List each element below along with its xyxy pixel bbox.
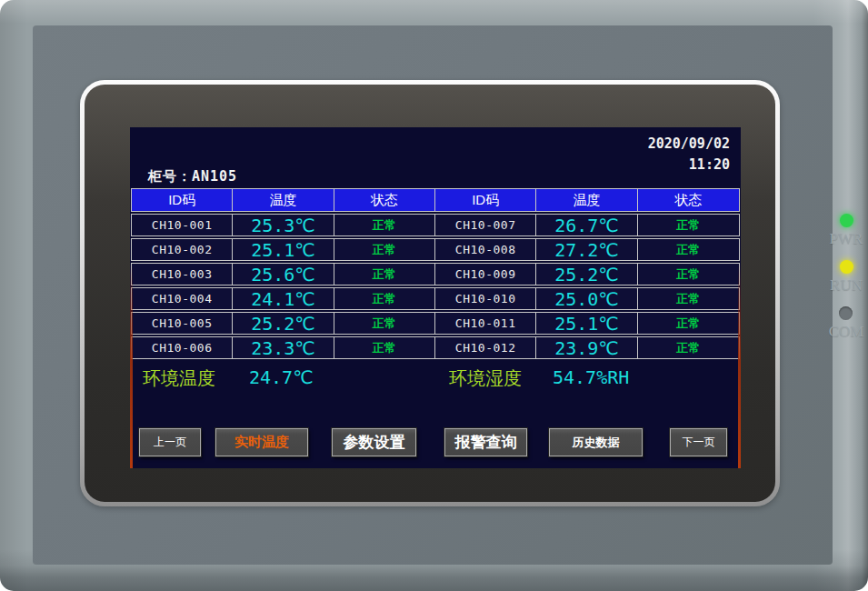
channel-temp: 25.1℃ bbox=[233, 239, 334, 260]
channel-status: 正常 bbox=[638, 313, 739, 334]
channel-temp: 26.7℃ bbox=[536, 215, 637, 235]
col-header-temp-b: 温度 bbox=[536, 189, 637, 211]
time-text: 11:20 bbox=[648, 155, 730, 175]
channel-id: CH10-006 bbox=[132, 337, 233, 358]
nav-button-prev-page[interactable]: 上一页 bbox=[139, 428, 201, 456]
channel-temp: 24.1℃ bbox=[233, 288, 334, 309]
channel-status: 正常 bbox=[334, 313, 435, 334]
table-row: CH10-002 25.1℃ 正常 CH10-008 27.2℃ 正常 bbox=[131, 238, 740, 261]
nav-button-bar: 上一页 实时温度 参数设置 报警查询 历史数据 下一页 bbox=[130, 428, 741, 456]
channel-status: 正常 bbox=[334, 239, 435, 260]
channel-status: 正常 bbox=[638, 288, 739, 309]
nav-button-realtime-temp[interactable]: 实时温度 bbox=[215, 428, 308, 456]
nav-button-alarm-query[interactable]: 报警查询 bbox=[444, 428, 527, 456]
channel-temp: 25.0℃ bbox=[536, 288, 637, 309]
pwr-led-label: PWR bbox=[830, 230, 863, 248]
channel-id: CH10-003 bbox=[132, 264, 233, 285]
channel-id: CH10-009 bbox=[435, 264, 536, 285]
channel-id: CH10-001 bbox=[132, 215, 233, 235]
channel-status: 正常 bbox=[638, 239, 739, 260]
ambient-humidity-value: 54.7%RH bbox=[553, 366, 629, 388]
channel-temp: 25.3℃ bbox=[233, 215, 334, 235]
channel-id: CH10-005 bbox=[132, 313, 233, 334]
channel-status: 正常 bbox=[638, 215, 739, 235]
indicator-com: COM bbox=[829, 306, 864, 341]
ambient-temp-label: 环境温度 bbox=[143, 366, 215, 391]
ambient-humidity-label: 环境湿度 bbox=[449, 366, 522, 391]
channel-temp: 25.2℃ bbox=[536, 264, 637, 285]
screen-bezel: 2020/09/02 11:20 柜号：AN105 ID码 温度 状态 ID码 … bbox=[80, 80, 780, 506]
run-led-label: RUN bbox=[830, 276, 863, 295]
table-row: CH10-006 23.3℃ 正常 CH10-012 23.9℃ 正常 bbox=[131, 336, 740, 359]
nav-button-history-data[interactable]: 历史数据 bbox=[549, 428, 643, 456]
table-row: CH10-005 25.2℃ 正常 CH10-011 25.1℃ 正常 bbox=[131, 312, 740, 335]
run-led-icon bbox=[840, 260, 853, 274]
table-row: CH10-001 25.3℃ 正常 CH10-007 26.7℃ 正常 bbox=[131, 214, 740, 236]
channel-temp: 23.9℃ bbox=[536, 337, 637, 358]
channel-status: 正常 bbox=[334, 288, 435, 309]
lcd-touchscreen[interactable]: 2020/09/02 11:20 柜号：AN105 ID码 温度 状态 ID码 … bbox=[130, 127, 741, 468]
ambient-temp-value: 24.7℃ bbox=[249, 366, 314, 388]
channel-temp: 25.1℃ bbox=[536, 313, 637, 334]
channel-id: CH10-011 bbox=[435, 313, 536, 334]
channel-temp: 27.2℃ bbox=[536, 239, 637, 260]
channel-id: CH10-007 bbox=[435, 215, 536, 235]
com-led-icon bbox=[839, 306, 853, 320]
table-row: CH10-004 24.1℃ 正常 CH10-010 25.0℃ 正常 bbox=[131, 287, 740, 310]
indicator-pwr: PWR bbox=[830, 214, 863, 248]
front-panel: 2020/09/02 11:20 柜号：AN105 ID码 温度 状态 ID码 … bbox=[33, 25, 833, 565]
date-text: 2020/09/02 bbox=[648, 134, 730, 155]
lcd-edge-glow-left bbox=[130, 264, 133, 468]
cabinet-id-label: 柜号：AN105 bbox=[148, 168, 237, 185]
channel-table: ID码 温度 状态 ID码 温度 状态 CH10-001 25.3℃ 正常 CH… bbox=[131, 188, 740, 359]
screen-bezel-inner: 2020/09/02 11:20 柜号：AN105 ID码 温度 状态 ID码 … bbox=[85, 85, 775, 502]
channel-temp: 25.2℃ bbox=[233, 313, 334, 334]
channel-id: CH10-002 bbox=[132, 239, 233, 260]
channel-id: CH10-012 bbox=[435, 337, 536, 358]
nav-button-param-settings[interactable]: 参数设置 bbox=[332, 428, 416, 456]
channel-id: CH10-010 bbox=[435, 288, 536, 309]
pwr-led-icon bbox=[840, 214, 853, 227]
table-row: CH10-003 25.6℃ 正常 CH10-009 25.2℃ 正常 bbox=[131, 263, 740, 285]
lcd-edge-glow-right bbox=[738, 264, 741, 468]
col-header-id-b: ID码 bbox=[435, 189, 536, 211]
channel-temp: 25.6℃ bbox=[233, 264, 334, 285]
nav-button-next-page[interactable]: 下一页 bbox=[670, 428, 727, 456]
col-header-id-a: ID码 bbox=[132, 189, 233, 211]
channel-status: 正常 bbox=[334, 337, 435, 358]
col-header-status-a: 状态 bbox=[334, 189, 435, 211]
channel-temp: 23.3℃ bbox=[233, 337, 334, 358]
indicator-run: RUN bbox=[830, 260, 863, 295]
channel-id: CH10-004 bbox=[132, 288, 233, 309]
col-header-status-b: 状态 bbox=[638, 189, 739, 211]
hmi-device-frame: 2020/09/02 11:20 柜号：AN105 ID码 温度 状态 ID码 … bbox=[0, 0, 868, 591]
status-led-column: PWR RUN COM bbox=[820, 214, 868, 353]
datetime-display: 2020/09/02 11:20 bbox=[648, 134, 730, 175]
ambient-readouts: 环境温度 24.7℃ 环境湿度 54.7%RH bbox=[130, 366, 741, 392]
channel-id: CH10-008 bbox=[435, 239, 536, 260]
col-header-temp-a: 温度 bbox=[233, 189, 334, 211]
com-led-label: COM bbox=[829, 323, 864, 341]
channel-status: 正常 bbox=[638, 337, 739, 358]
channel-status: 正常 bbox=[334, 215, 435, 235]
channel-status: 正常 bbox=[638, 264, 739, 285]
channel-status: 正常 bbox=[334, 264, 435, 285]
table-header-row: ID码 温度 状态 ID码 温度 状态 bbox=[131, 188, 740, 212]
